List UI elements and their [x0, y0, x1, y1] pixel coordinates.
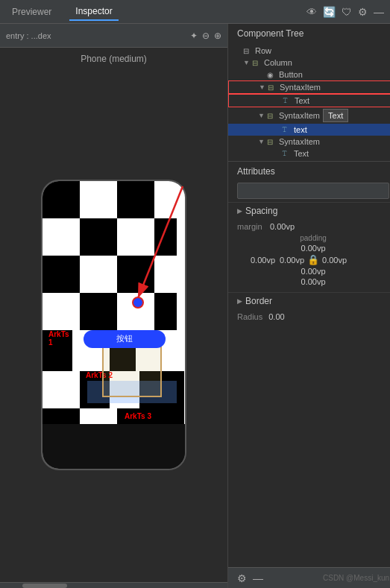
zoom-in-icon[interactable]: ⊕: [214, 31, 221, 41]
device-label: Phone (medium): [0, 48, 227, 67]
attributes-section: Attributes: [228, 161, 390, 180]
main-layout: entry : ...dex ✦ ⊖ ⊕ Phone (medium): [0, 24, 390, 588]
padding-left-value[interactable]: 0.00vp: [237, 256, 278, 265]
refresh-icon[interactable]: 🔄: [323, 6, 336, 18]
syntaxitem2-icon: ⊟: [267, 112, 277, 120]
border-arrow-icon: ▶: [237, 297, 242, 305]
tree-label-si3: SyntaxItem: [279, 137, 320, 146]
minus-bottom-icon[interactable]: —: [253, 572, 263, 584]
tree-arrow-column: ▼: [243, 59, 252, 66]
text-sel-icon: 𝚃: [282, 125, 292, 134]
phone-dark-strip: [43, 424, 185, 469]
arkts3-label: ArkTs 3: [125, 412, 151, 420]
radius-label: Radius: [237, 312, 262, 321]
padding-right-value2: 0.00vp: [322, 256, 347, 265]
tree-item-text1[interactable]: 𝚃 Text: [228, 94, 390, 107]
previewer-panel: entry : ...dex ✦ ⊖ ⊕ Phone (medium): [0, 24, 227, 588]
border-section-header[interactable]: ▶ Border: [228, 292, 390, 309]
spacing-arrow-icon: ▶: [237, 207, 242, 215]
watermark: CSDN @Messi_kun: [323, 574, 389, 582]
zoom-out-icon[interactable]: ⊖: [202, 31, 210, 41]
text3-icon: 𝚃: [282, 149, 292, 158]
tree-label-row: Row: [255, 46, 271, 55]
phone-screen: ArkTs1 ArkTs 2 ArkTs 3 按钮: [43, 181, 185, 469]
phone-container: ArkTs1 ArkTs 2 ArkTs 3 按钮: [0, 67, 227, 582]
border-content: Radius 0.00: [228, 309, 390, 324]
spacing-section-header[interactable]: ▶ Spacing: [228, 202, 390, 219]
inspector-panel: Component Tree ⊟ Row ▼ ⊟ Column ◉ Button: [227, 24, 390, 588]
top-bar: Previewer Inspector 👁 🔄 🛡 ⚙ —: [0, 0, 390, 24]
tab-previewer[interactable]: Previewer: [6, 4, 57, 20]
spacing-label: Spacing: [245, 206, 277, 216]
previewer-toolbar: entry : ...dex ✦ ⊖ ⊕: [0, 24, 227, 48]
tree-item-button[interactable]: ◉ Button: [228, 69, 390, 80]
previewer-scrollbar[interactable]: [0, 582, 227, 588]
component-tree-header: Component Tree: [228, 24, 390, 43]
padding-bottom-value[interactable]: 0.00vp: [280, 267, 347, 276]
eye-icon[interactable]: 👁: [306, 6, 317, 18]
layout-icon[interactable]: ✦: [190, 31, 198, 41]
tree-arrow-si3: ▼: [258, 138, 267, 145]
settings-icon[interactable]: ⚙: [358, 6, 368, 18]
text1-icon: 𝚃: [283, 96, 293, 105]
padding-center-value: 0.00vp: [280, 256, 304, 265]
tree-item-text3[interactable]: 𝚃 Text: [228, 148, 390, 159]
row-icon: ⊟: [243, 47, 254, 55]
attr-search-row[interactable]: [237, 183, 389, 199]
file-path: entry : ...dex: [6, 31, 51, 40]
tree-label-si1: SyntaxItem: [280, 83, 321, 92]
tree-item-row[interactable]: ⊟ Row: [228, 45, 390, 57]
padding-top-value[interactable]: 0.00vp: [280, 244, 347, 253]
syntaxitem3-icon: ⊟: [267, 138, 277, 146]
scrollbar-thumb[interactable]: [22, 584, 67, 588]
syntaxitem1-icon: ⊟: [268, 83, 278, 92]
tree-arrow-si1: ▼: [259, 83, 268, 91]
border-label: Border: [245, 296, 272, 306]
minimize-icon[interactable]: —: [374, 6, 384, 18]
tree-tooltip-text: Text: [323, 109, 348, 122]
bottom-bar: ⚙ — CSDN @Messi_kun: [228, 567, 390, 588]
top-bar-icons: 👁 🔄 🛡 ⚙ —: [306, 6, 384, 18]
phone-frame: ArkTs1 ArkTs 2 ArkTs 3 按钮: [41, 180, 186, 470]
phone-button[interactable]: 按钮: [84, 330, 166, 348]
button-icon: ◉: [267, 71, 277, 79]
lock-icon[interactable]: 🔒: [307, 254, 319, 265]
phone-button-label: 按钮: [116, 333, 133, 344]
tree-item-text-selected[interactable]: 𝚃 text: [228, 124, 390, 136]
tree-label-text1: Text: [295, 96, 309, 105]
margin-value: 0.00vp: [270, 222, 295, 231]
tree-label-text3: Text: [294, 149, 309, 158]
padding-extra-value: 0.00vp: [280, 277, 347, 286]
tree-label-column: Column: [264, 58, 292, 67]
component-tree: ⊟ Row ▼ ⊟ Column ◉ Button ▼ ⊟ SyntaxIt: [228, 43, 390, 161]
bottom-bar-icons: ⚙ —: [237, 572, 263, 584]
tree-item-syntaxitem2[interactable]: ▼ ⊟ SyntaxItem Text: [228, 107, 390, 124]
radius-value[interactable]: 0.00: [268, 312, 284, 321]
tab-inspector[interactable]: Inspector: [69, 3, 118, 21]
tree-item-syntaxitem3[interactable]: ▼ ⊟ SyntaxItem: [228, 136, 390, 148]
spacing-content: margin 0.00vp padding 0.00vp 0.00vp 0.00…: [228, 219, 390, 292]
settings-bottom-icon[interactable]: ⚙: [237, 572, 247, 584]
tree-label-button: Button: [279, 70, 303, 79]
padding-label: padding: [280, 234, 347, 242]
margin-row: margin 0.00vp: [237, 222, 389, 231]
previewer-toolbar-icons: ✦ ⊖ ⊕: [190, 31, 221, 41]
shield-icon[interactable]: 🛡: [342, 6, 352, 18]
margin-label: margin: [237, 222, 267, 231]
column-icon: ⊟: [252, 59, 262, 67]
phone-highlight: [102, 345, 162, 397]
attr-search-input[interactable]: [241, 186, 386, 195]
tree-item-syntaxitem1[interactable]: ▼ ⊟ SyntaxItem: [228, 80, 390, 94]
tree-arrow-si2: ▼: [258, 112, 267, 119]
tree-label-si2: SyntaxItem: [279, 111, 320, 120]
tree-label-text-sel: text: [294, 125, 307, 134]
tree-item-column[interactable]: ▼ ⊟ Column: [228, 57, 390, 69]
arkts1-label: ArkTs1: [48, 330, 69, 347]
